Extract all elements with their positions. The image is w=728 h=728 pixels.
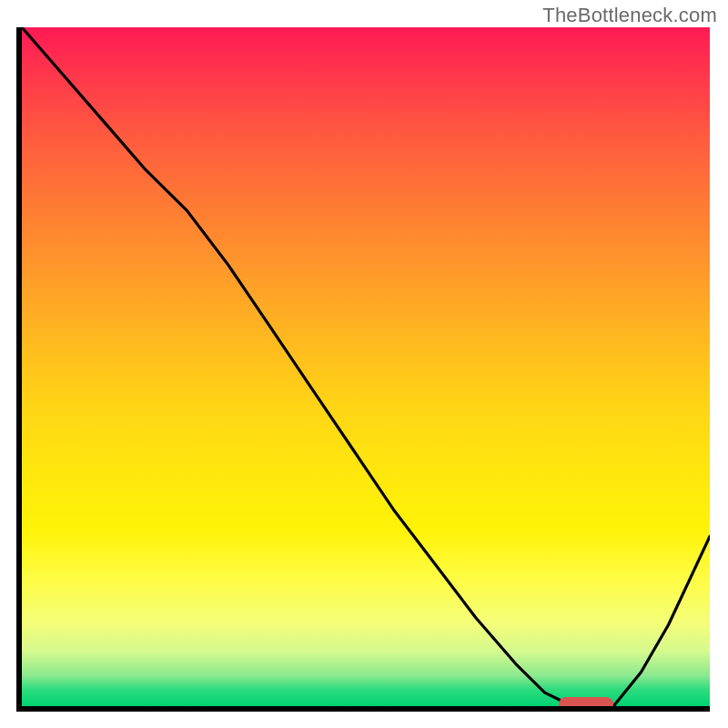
optimal-marker (559, 697, 613, 706)
watermark-text: TheBottleneck.com (542, 4, 717, 27)
bottleneck-curve (22, 27, 710, 706)
chart-root: TheBottleneck.com (0, 0, 728, 728)
plot-area (22, 27, 710, 706)
